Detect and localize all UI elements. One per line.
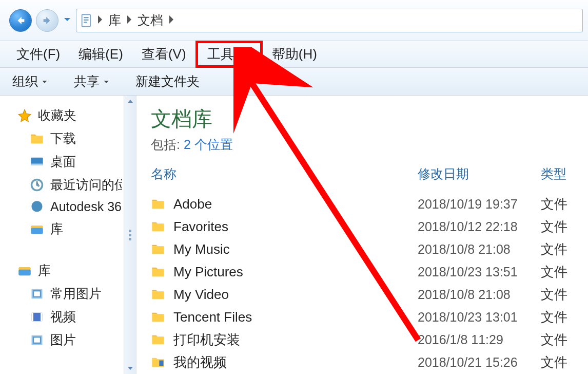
share-button[interactable]: 共享 <box>74 73 110 90</box>
folder-icon <box>151 287 165 302</box>
table-row[interactable]: My Pictures2018/10/23 13:51文件 <box>151 260 588 283</box>
sidebar-item-label: 最近访问的位置 <box>50 176 122 193</box>
back-button[interactable] <box>9 9 32 32</box>
sidebar-item-label: 图片 <box>50 331 76 348</box>
table-row[interactable]: My Music2018/10/8 21:08文件 <box>151 238 588 260</box>
new-folder-button[interactable]: 新建文件夹 <box>135 73 200 90</box>
svg-rect-15 <box>41 312 43 321</box>
address-bar[interactable]: 库 文档 <box>76 9 583 32</box>
sidebar-item-libraries-fav[interactable]: 库 <box>17 217 136 240</box>
table-row[interactable]: Tencent Files2018/10/23 13:01文件 <box>151 306 588 328</box>
table-row[interactable]: Adobe2018/10/19 19:37文件 <box>151 193 588 215</box>
breadcrumb-root[interactable]: 库 <box>106 11 123 30</box>
breadcrumb-leaf[interactable]: 文档 <box>135 11 165 30</box>
sidebar-item-label: 视频 <box>50 308 76 325</box>
share-label: 共享 <box>74 73 100 90</box>
svg-rect-2 <box>84 19 88 20</box>
chevron-down-icon <box>103 78 110 85</box>
star-icon <box>17 108 32 123</box>
library-subtitle: 包括: 2 个位置 <box>151 136 588 153</box>
libraries-icon <box>17 264 32 278</box>
folder-icon <box>151 219 165 234</box>
document-icon <box>80 13 94 28</box>
sidebar-favorites-header[interactable]: 收藏夹 <box>17 104 136 127</box>
sidebar-item-desktop[interactable]: 桌面 <box>17 150 136 173</box>
sidebar-item-common-pictures[interactable]: 常用图片 <box>17 282 136 305</box>
svg-rect-3 <box>84 22 87 23</box>
sidebar-item-downloads[interactable]: 下载 <box>17 127 136 150</box>
file-name: My Pictures <box>173 264 418 280</box>
file-date: 2018/10/12 22:18 <box>418 219 541 234</box>
file-name: My Music <box>173 241 418 257</box>
recent-icon <box>30 178 44 192</box>
picture-icon <box>30 333 44 347</box>
scroll-down-icon[interactable] <box>126 365 134 372</box>
chevron-down-icon <box>63 15 72 24</box>
file-name: 我的视频 <box>173 353 418 371</box>
forward-button[interactable] <box>36 9 58 32</box>
file-date: 2018/10/21 15:26 <box>418 355 541 370</box>
file-list: Adobe2018/10/19 19:37文件Favorites2018/10/… <box>151 193 588 373</box>
file-name: Favorites <box>173 219 418 235</box>
svg-rect-1 <box>84 17 88 18</box>
autodesk-icon <box>30 200 44 214</box>
chevron-right-icon <box>97 13 103 28</box>
video-icon <box>30 310 44 324</box>
locations-link[interactable]: 2 个位置 <box>184 137 233 152</box>
file-type: 文件 <box>541 286 588 304</box>
table-row[interactable]: 我的视频2018/10/21 15:26文件 <box>151 351 588 373</box>
column-name[interactable]: 名称 <box>151 165 418 182</box>
scroll-grip-icon[interactable] <box>129 230 131 240</box>
folder-icon <box>151 332 165 347</box>
file-type: 文件 <box>541 218 588 236</box>
sidebar-scrollbar[interactable] <box>124 96 136 374</box>
sidebar-item-label: Autodesk 360 <box>50 199 122 214</box>
column-date[interactable]: 修改日期 <box>418 165 541 182</box>
sidebar-item-label: 库 <box>38 262 51 279</box>
scroll-up-icon[interactable] <box>126 98 134 105</box>
toolbar: 组织 共享 新建文件夹 <box>0 68 588 96</box>
content-pane: 文档库 包括: 2 个位置 名称 修改日期 类型 Adobe2018/10/19… <box>136 96 588 374</box>
file-date: 2018/10/8 21:08 <box>418 242 541 257</box>
column-headers: 名称 修改日期 类型 <box>151 165 588 186</box>
file-name: Adobe <box>173 196 418 212</box>
folder-icon <box>151 197 165 211</box>
sidebar-item-label: 收藏夹 <box>38 107 76 124</box>
folder-icon <box>151 310 165 324</box>
sidebar-item-pictures[interactable]: 图片 <box>17 328 136 351</box>
table-row[interactable]: My Video2018/10/8 21:08文件 <box>151 283 588 306</box>
file-type: 文件 <box>541 331 588 349</box>
sidebar-item-autodesk[interactable]: Autodesk 360 <box>17 196 136 217</box>
svg-rect-12 <box>33 291 41 297</box>
sidebar-item-recent[interactable]: 最近访问的位置 <box>17 173 136 196</box>
table-row[interactable]: 打印机安装2016/1/8 11:29文件 <box>151 328 588 351</box>
arrow-left-icon <box>15 15 26 26</box>
file-date: 2018/10/8 21:08 <box>418 287 541 302</box>
sidebar-item-label: 下载 <box>50 130 76 147</box>
sidebar-item-label: 常用图片 <box>50 285 102 302</box>
file-date: 2016/1/8 11:29 <box>418 332 541 347</box>
arrow-right-icon <box>42 15 53 26</box>
file-name: 打印机安装 <box>173 331 418 349</box>
svg-rect-10 <box>18 269 30 275</box>
menu-bar: 文件(F) 编辑(E) 查看(V) 工具(T) 帮助(H) <box>0 41 588 68</box>
sidebar-libraries-header[interactable]: 库 <box>17 259 136 282</box>
menu-help[interactable]: 帮助(H) <box>263 43 326 65</box>
sidebar-item-label: 桌面 <box>50 153 76 170</box>
svg-rect-5 <box>31 163 43 165</box>
menu-edit[interactable]: 编辑(E) <box>69 43 132 65</box>
table-row[interactable]: Favorites2018/10/12 22:18文件 <box>151 215 588 238</box>
history-dropdown[interactable] <box>63 15 72 26</box>
picture-icon <box>30 287 44 301</box>
sidebar-item-videos[interactable]: 视频 <box>17 305 136 328</box>
menu-tools[interactable]: 工具(T) <box>195 41 263 68</box>
sidebar: 收藏夹 下载 桌面 最近访问的位置 <box>0 96 136 374</box>
menu-view[interactable]: 查看(V) <box>132 43 195 65</box>
file-type: 文件 <box>541 308 588 326</box>
organize-button[interactable]: 组织 <box>12 73 48 90</box>
column-type[interactable]: 类型 <box>541 165 588 182</box>
sidebar-item-label: 库 <box>50 220 63 237</box>
svg-rect-17 <box>33 337 41 343</box>
menu-file[interactable]: 文件(F) <box>7 43 69 65</box>
file-type: 文件 <box>541 195 588 213</box>
